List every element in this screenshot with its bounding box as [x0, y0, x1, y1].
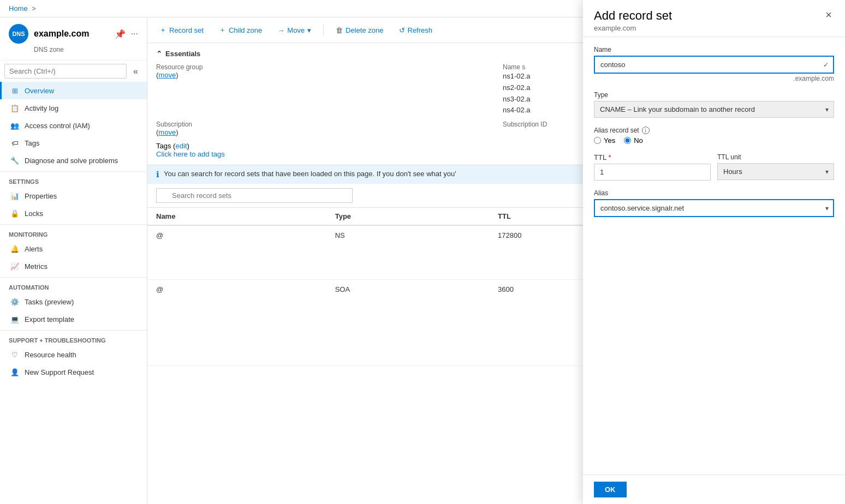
resource-group-value: (move) [156, 71, 490, 79]
new-support-icon: 👤 [10, 368, 19, 376]
move-label: Move [287, 26, 305, 34]
type-select-wrap: CNAME – Link your subdomain to another r… [594, 101, 834, 118]
more-icon[interactable]: ··· [131, 29, 138, 39]
sidebar-item-locks[interactable]: 🔒 Locks [0, 205, 147, 222]
panel-footer: OK [583, 475, 845, 504]
sidebar-item-overview[interactable]: ⊞ Overview [0, 82, 147, 99]
alias-field-label: Alias [594, 189, 834, 197]
child-zone-label: Child zone [229, 26, 262, 34]
tags-edit-link[interactable]: edit [175, 142, 187, 150]
alias-record-set-group: Alias record set i Yes No [594, 127, 834, 145]
ttl-row: TTL * TTL unit Seconds Minutes Hours [594, 153, 834, 181]
row2-type: SOA [326, 280, 489, 366]
add-record-set-panel: Add record set example.com × Name ✓ .exa… [583, 17, 845, 504]
ok-button[interactable]: OK [594, 482, 627, 497]
ttl-required-marker: * [608, 153, 611, 161]
alias-no-option[interactable]: No [624, 136, 643, 145]
col-name: Name [147, 208, 326, 225]
resource-group-item: Resource group (move) [156, 63, 490, 116]
ttl-input[interactable] [594, 164, 711, 181]
brand-subtitle: DNS zone [34, 46, 138, 53]
iam-icon: 👥 [10, 121, 19, 130]
record-search-input[interactable] [156, 188, 353, 203]
move-button[interactable]: → Move ▾ [274, 24, 314, 37]
sidebar-item-iam[interactable]: 👥 Access control (IAM) [0, 117, 147, 134]
sidebar-item-overview-label: Overview [25, 87, 54, 95]
sidebar-search-input[interactable] [4, 64, 127, 79]
sidebar-item-properties-label: Properties [25, 192, 57, 200]
sidebar-item-activity-log[interactable]: 📋 Activity log [0, 99, 147, 117]
type-select[interactable]: CNAME – Link your subdomain to another r… [594, 101, 834, 118]
alias-info-icon[interactable]: i [642, 127, 650, 134]
alias-yes-radio[interactable] [594, 137, 601, 144]
sidebar-item-export-label: Export template [25, 315, 74, 323]
add-icon: ＋ [159, 25, 166, 35]
sidebar-item-properties[interactable]: 📊 Properties [0, 187, 147, 205]
nav-section-support: Support + troubleshooting [0, 330, 147, 346]
tags-icon: 🏷 [10, 139, 19, 147]
refresh-icon: ↺ [399, 26, 405, 34]
alias-no-radio[interactable] [624, 137, 631, 144]
activity-log-icon: 📋 [10, 104, 19, 112]
ttl-unit-select-wrap: Seconds Minutes Hours Days ▾ [717, 163, 834, 180]
sidebar-item-alerts[interactable]: 🔔 Alerts [0, 240, 147, 257]
refresh-button[interactable]: ↺ Refresh [396, 24, 436, 37]
sidebar-item-locks-label: Locks [25, 209, 43, 218]
type-field-group: Type CNAME – Link your subdomain to anot… [594, 91, 834, 118]
ttl-label: TTL * [594, 153, 711, 161]
metrics-icon: 📈 [10, 262, 19, 271]
record-set-label: Record set [169, 26, 204, 34]
subscription-value: (move) [156, 128, 490, 136]
alias-input[interactable] [594, 199, 834, 217]
breadcrumb-separator: > [32, 4, 36, 13]
sidebar-item-diagnose-label: Diagnose and solve problems [25, 157, 118, 165]
delete-zone-button[interactable]: 🗑 Delete zone [332, 24, 386, 37]
add-record-set-button[interactable]: ＋ Record set [156, 23, 207, 37]
essentials-chevron-icon: ⌃ [156, 50, 162, 58]
add-child-zone-button[interactable]: ＋ Child zone [216, 23, 265, 37]
export-icon: 💻 [10, 315, 19, 323]
row2-name: @ [147, 280, 326, 366]
domain-suffix: .example.com [594, 75, 834, 82]
sidebar-search[interactable] [4, 64, 127, 79]
sidebar-item-diagnose[interactable]: 🔧 Diagnose and solve problems [0, 152, 147, 169]
panel-header-text: Add record set example.com [594, 17, 672, 32]
tags-add-link[interactable]: Click here to add tags [156, 150, 225, 158]
delete-zone-label: Delete zone [346, 26, 383, 34]
subscription-move-link[interactable]: move [158, 128, 176, 136]
name-input[interactable] [594, 56, 834, 74]
sidebar-item-export[interactable]: 💻 Export template [0, 310, 147, 328]
name-input-wrap: ✓ [594, 56, 834, 74]
panel-header: Add record set example.com × [583, 17, 845, 37]
diagnose-icon: 🔧 [10, 156, 19, 165]
sidebar-item-tasks[interactable]: ⚙️ Tasks (preview) [0, 293, 147, 310]
sidebar-item-resource-health[interactable]: ♡ Resource health [0, 346, 147, 363]
toolbar-separator [323, 25, 324, 35]
ttl-group: TTL * TTL unit Seconds Minutes Hours [594, 153, 834, 181]
resource-group-label: Resource group [156, 63, 490, 71]
sidebar-item-iam-label: Access control (IAM) [25, 122, 90, 130]
collapse-button[interactable]: « [129, 64, 142, 79]
nav-section-monitoring: Monitoring [0, 224, 147, 240]
ttl-unit-select[interactable]: Seconds Minutes Hours Days [717, 163, 834, 180]
home-link[interactable]: Home [9, 4, 28, 13]
delete-icon: 🗑 [336, 26, 343, 34]
name-field-label: Name [594, 46, 834, 53]
locks-icon: 🔒 [10, 209, 19, 218]
panel-close-button[interactable]: × [823, 17, 834, 21]
nav-section-settings: Settings [0, 171, 147, 187]
pin-icon[interactable]: 📌 [115, 29, 126, 39]
record-search-wrap: 🔍 [156, 188, 353, 203]
tasks-icon: ⚙️ [10, 297, 19, 306]
sidebar-item-tags[interactable]: 🏷 Tags [0, 134, 147, 152]
alias-yes-option[interactable]: Yes [594, 136, 615, 145]
move-chevron-icon: ▾ [307, 26, 311, 34]
sidebar-item-metrics[interactable]: 📈 Metrics [0, 257, 147, 275]
name-field-group: Name ✓ .example.com [594, 46, 834, 82]
move-icon: → [277, 26, 284, 34]
sidebar-item-new-support[interactable]: 👤 New Support Request [0, 363, 147, 381]
info-icon: ℹ [156, 170, 159, 179]
resource-group-move-link[interactable]: move [158, 71, 176, 79]
alias-record-set-label: Alias record set [594, 127, 639, 134]
brand-icon: DNS [9, 24, 28, 44]
